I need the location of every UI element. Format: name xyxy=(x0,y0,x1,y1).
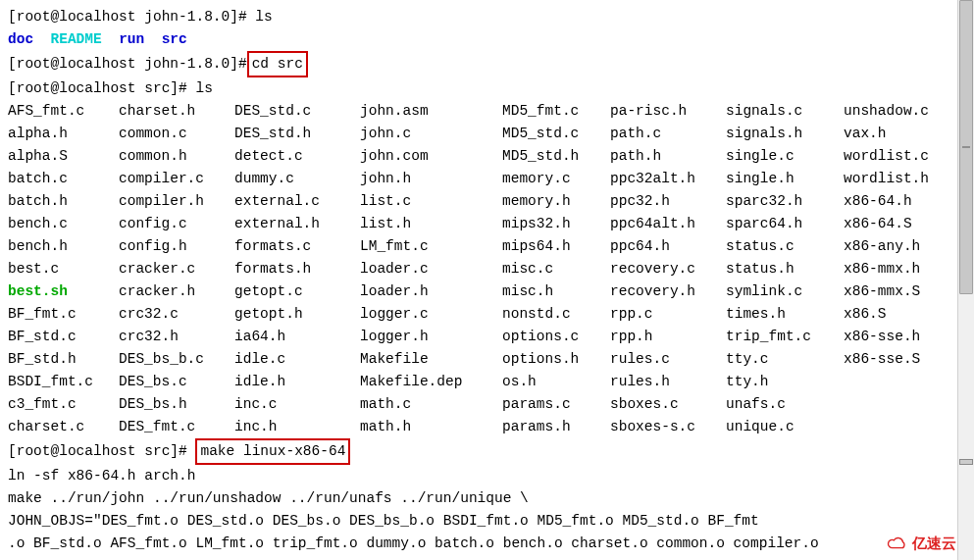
file-entry: formats.h xyxy=(234,258,360,280)
file-entry: x86-64.h xyxy=(844,190,951,213)
file-entry: vax.h xyxy=(844,123,951,145)
file-entry: cracker.h xyxy=(119,280,234,303)
file-entry: inc.h xyxy=(234,416,360,438)
file-entry: charset.h xyxy=(119,100,234,123)
file-entry: rules.c xyxy=(610,348,726,371)
file-entry: compiler.h xyxy=(119,190,234,213)
file-entry: common.c xyxy=(119,123,234,145)
file-entry: external.h xyxy=(234,213,360,235)
file-entry: memory.h xyxy=(502,190,610,213)
file-entry: config.c xyxy=(119,213,234,235)
file-entry: DES_bs_b.c xyxy=(119,348,234,371)
file-entry: mips64.h xyxy=(502,235,610,258)
file-entry: unshadow.c xyxy=(844,100,951,123)
file-entry: ia64.h xyxy=(234,326,360,348)
file-entry: BF_fmt.c xyxy=(8,303,119,326)
file-entry: pa-risc.h xyxy=(610,100,726,123)
file-entry: path.h xyxy=(610,145,726,168)
file-entry: sboxes.c xyxy=(610,393,726,416)
file-entry: best.c xyxy=(8,258,119,280)
file-entry: getopt.c xyxy=(234,280,360,303)
file-entry: crc32.c xyxy=(119,303,234,326)
file-entry: sboxes-s.c xyxy=(610,416,726,438)
dir-src: src xyxy=(162,31,187,47)
file-entry: sparc64.h xyxy=(726,213,844,235)
file-entry: symlink.c xyxy=(726,280,844,303)
file-entry: DES_fmt.c xyxy=(119,416,234,438)
cmd-line-make: [root@localhost src]# make linux-x86-64 xyxy=(8,438,966,465)
file-entry: BF_std.c xyxy=(8,326,119,348)
file-entry: external.c xyxy=(234,190,360,213)
file-column: charset.hcommon.ccommon.hcompiler.ccompi… xyxy=(119,100,234,438)
file-entry: idle.c xyxy=(234,348,360,371)
file-entry: LM_fmt.c xyxy=(360,235,502,258)
file-entry: nonstd.c xyxy=(502,303,610,326)
cmd-line-ls1: [root@localhost john-1.8.0]# ls xyxy=(8,6,966,28)
file-entry: rpp.h xyxy=(610,326,726,348)
file-entry: ppc64.h xyxy=(610,235,726,258)
file-entry: best.sh xyxy=(8,280,119,303)
file-entry: bench.h xyxy=(8,235,119,258)
scrollbar-vertical[interactable] xyxy=(957,0,974,560)
file-entry: john.h xyxy=(360,168,502,190)
file-entry: wordlist.c xyxy=(844,145,951,168)
file-entry: mips32.h xyxy=(502,213,610,235)
file-entry: params.c xyxy=(502,393,610,416)
file-entry: BF_std.h xyxy=(8,348,119,371)
file-entry: ppc64alt.h xyxy=(610,213,726,235)
file-column: DES_std.cDES_std.hdetect.cdummy.cexterna… xyxy=(234,100,360,438)
file-column: unshadow.cvax.hwordlist.cwordlist.hx86-6… xyxy=(844,100,951,371)
file-entry: loader.h xyxy=(360,280,502,303)
file-entry: rpp.c xyxy=(610,303,726,326)
file-entry: cracker.c xyxy=(119,258,234,280)
file-entry: tty.c xyxy=(726,348,844,371)
cmd-line-ls2: [root@localhost src]# ls xyxy=(8,77,966,100)
file-entry: loader.c xyxy=(360,258,502,280)
ls-output-dirs: doc README run src xyxy=(8,28,966,51)
file-entry: recovery.c xyxy=(610,258,726,280)
file-entry: rules.h xyxy=(610,371,726,393)
file-entry: x86.S xyxy=(844,303,951,326)
prompt: [root@localhost src]# xyxy=(8,443,195,459)
file-entry: MD5_std.c xyxy=(502,123,610,145)
file-entry: DES_bs.h xyxy=(119,393,234,416)
file-column: MD5_fmt.cMD5_std.cMD5_std.hmemory.cmemor… xyxy=(502,100,610,438)
file-entry: params.h xyxy=(502,416,610,438)
file-entry: x86-any.h xyxy=(844,235,951,258)
file-entry: detect.c xyxy=(234,145,360,168)
scrollbar-mark xyxy=(959,459,973,465)
file-entry: math.c xyxy=(360,393,502,416)
file-entry: logger.c xyxy=(360,303,502,326)
prompt: [root@localhost src]# xyxy=(8,80,195,96)
scrollbar-track[interactable] xyxy=(958,0,974,560)
file-entry: alpha.S xyxy=(8,145,119,168)
dir-doc: doc xyxy=(8,31,33,47)
highlight-box-cd: cd src xyxy=(247,51,308,77)
file-entry: x86-mmx.h xyxy=(844,258,951,280)
command-text: make linux-x86-64 xyxy=(200,443,345,459)
file-entry: path.c xyxy=(610,123,726,145)
scrollbar-thumb[interactable] xyxy=(959,0,973,294)
file-entry: DES_std.h xyxy=(234,123,360,145)
file-entry: x86-sse.S xyxy=(844,348,951,371)
file-entry: times.h xyxy=(726,303,844,326)
file-entry: dummy.c xyxy=(234,168,360,190)
cmd-line-cd: [root@localhost john-1.8.0]# cd src xyxy=(8,51,966,77)
file-entry: Makefile.dep xyxy=(360,371,502,393)
file-entry: status.c xyxy=(726,235,844,258)
file-entry: c3_fmt.c xyxy=(8,393,119,416)
file-entry: MD5_fmt.c xyxy=(502,100,610,123)
make-output: JOHN_OBJS="DES_fmt.o DES_std.o DES_bs.o … xyxy=(8,510,966,533)
file-entry: Makefile xyxy=(360,348,502,371)
file-entry: compiler.c xyxy=(119,168,234,190)
make-output: ln -sf x86-64.h arch.h xyxy=(8,465,966,487)
terminal-output: [root@localhost john-1.8.0]# ls doc READ… xyxy=(0,0,974,560)
file-entry: batch.h xyxy=(8,190,119,213)
file-entry: crc32.h xyxy=(119,326,234,348)
ls-output-files: AFS_fmt.calpha.halpha.Sbatch.cbatch.hben… xyxy=(8,100,966,438)
file-entry: memory.c xyxy=(502,168,610,190)
file-entry: MD5_std.h xyxy=(502,145,610,168)
file-entry: signals.c xyxy=(726,100,844,123)
file-entry: idle.h xyxy=(234,371,360,393)
file-entry: status.h xyxy=(726,258,844,280)
